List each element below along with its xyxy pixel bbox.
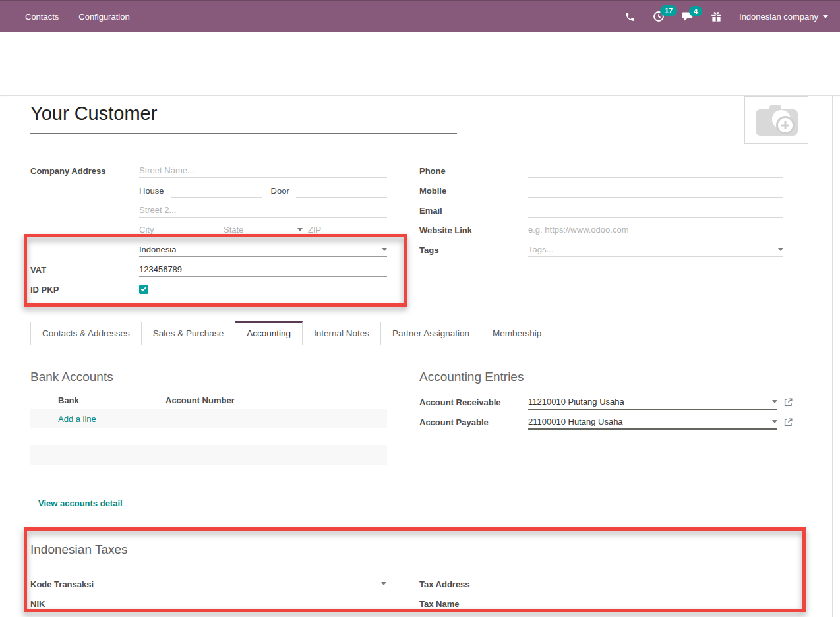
door-input[interactable] [296, 183, 387, 198]
house-input[interactable] [171, 183, 262, 198]
country-value: Indonesia [139, 245, 176, 254]
nik-input[interactable] [139, 597, 386, 611]
account-receivable-label: Account Receivable [419, 397, 528, 407]
chat-bubble-icon[interactable]: 4 [682, 11, 694, 22]
account-receivable-select[interactable]: 11210010 Piutang Usaha [528, 394, 777, 410]
accounting-entries-heading: Accounting Entries [419, 370, 815, 384]
check-icon [141, 286, 146, 291]
id-pkp-label: ID PKP [30, 285, 139, 295]
payable-caret-icon [772, 420, 777, 426]
title-underline [30, 133, 457, 134]
bank-accounts-section: Bank Accounts Bank Account Number Add a … [30, 370, 387, 465]
add-image-button[interactable] [744, 96, 808, 144]
tax-address-label: Tax Address [419, 579, 528, 589]
phone-label: Phone [419, 166, 528, 176]
tax-name-label: Tax Name [419, 599, 528, 609]
website-input[interactable]: e.g. https://www.odoo.com [528, 223, 783, 237]
phone-input[interactable] [528, 163, 783, 178]
view-accounts-detail-link[interactable]: View accounts detail [38, 498, 123, 508]
vat-value: 123456789 [139, 264, 182, 274]
city-placeholder: City [139, 225, 154, 235]
door-label: Door [271, 186, 289, 196]
state-placeholder: State [224, 225, 243, 235]
kode-transaksi-label: Kode Transaksi [30, 579, 139, 589]
form-sheet: Your Customer Company Address Street Nam… [7, 96, 833, 617]
mobile-label: Mobile [419, 186, 528, 196]
receivable-external-link-icon[interactable] [783, 397, 793, 407]
vat-input[interactable]: 123456789 [139, 262, 387, 277]
id-pkp-checkbox[interactable] [139, 285, 148, 294]
kode-transaksi-caret-icon [381, 582, 386, 588]
tab-partner-assignation[interactable]: Partner Assignation [380, 322, 481, 345]
table-row: Add a line [30, 409, 387, 428]
account-payable-value: 21100010 Hutang Usaha [528, 417, 623, 426]
zip-placeholder: ZIP [308, 225, 321, 235]
tab-accounting[interactable]: Accounting [235, 321, 303, 345]
tax-address-input[interactable] [528, 577, 775, 591]
activity-count-badge: 17 [660, 5, 677, 16]
vat-label: VAT [30, 265, 139, 275]
email-input[interactable] [528, 203, 783, 218]
address-column: Company Address Street Name... House Doo… [30, 161, 387, 299]
email-label: Email [419, 206, 528, 216]
street2-placeholder: Street 2... [139, 205, 176, 215]
mobile-input[interactable] [528, 183, 783, 198]
street-input[interactable]: Street Name... [139, 163, 387, 178]
navbar-systray: 17 4 Indonesian company [624, 11, 840, 22]
company-switcher[interactable]: Indonesian company [739, 12, 828, 22]
add-a-line-link[interactable]: Add a line [58, 414, 96, 424]
camera-plus-icon [755, 103, 798, 137]
column-account-number: Account Number [165, 396, 387, 405]
website-placeholder: e.g. https://www.odoo.com [528, 225, 628, 235]
tax-name-input[interactable] [528, 597, 775, 611]
gift-icon[interactable] [711, 11, 722, 22]
activity-clock-icon[interactable]: 17 [653, 11, 665, 22]
tags-label: Tags [419, 245, 528, 255]
receivable-caret-icon [772, 400, 777, 406]
account-receivable-value: 11210010 Piutang Usaha [528, 397, 624, 407]
tags-placeholder: Tags... [528, 245, 553, 254]
menu-configuration[interactable]: Configuration [78, 12, 129, 22]
indonesian-taxes-section: Indonesian Taxes Kode Transaksi NIK Tax [30, 543, 815, 614]
tab-contacts-addresses[interactable]: Contacts & Addresses [30, 322, 142, 345]
tab-membership[interactable]: Membership [481, 322, 553, 345]
page-title[interactable]: Your Customer [30, 103, 157, 125]
table-row [30, 428, 387, 445]
state-caret-icon [297, 228, 303, 234]
tab-sales-purchase[interactable]: Sales & Purchase [141, 322, 235, 345]
contact-column: Phone Mobile Email Website Link e.g. htt… [419, 161, 783, 260]
menu-contacts[interactable]: Contacts [25, 12, 59, 22]
account-payable-select[interactable]: 21100010 Hutang Usaha [528, 414, 777, 430]
website-label: Website Link [419, 225, 528, 235]
notebook-tabs: Contacts & Addresses Sales & Purchase Ac… [7, 321, 832, 345]
column-bank: Bank [30, 396, 165, 405]
tags-input[interactable]: Tags... [528, 243, 783, 257]
country-caret-icon [382, 248, 387, 254]
zip-input[interactable]: ZIP [308, 223, 387, 237]
city-input[interactable]: City [139, 223, 218, 237]
bank-accounts-heading: Bank Accounts [30, 370, 387, 384]
app-menus: Contacts Configuration [0, 12, 130, 22]
indonesian-taxes-heading: Indonesian Taxes [30, 543, 815, 557]
accounting-entries-section: Accounting Entries Account Receivable 11… [419, 370, 815, 432]
house-label: House [139, 186, 164, 196]
company-name: Indonesian company [739, 12, 818, 22]
table-header-row: Bank Account Number [30, 392, 387, 409]
top-navbar: Contacts Configuration 17 4 Indonesian c… [0, 0, 840, 32]
message-count-badge: 4 [689, 6, 702, 16]
company-address-label: Company Address [30, 166, 139, 176]
dropdown-caret-icon [823, 15, 828, 21]
phone-icon[interactable] [624, 11, 636, 22]
payable-external-link-icon[interactable] [783, 417, 793, 427]
street2-input[interactable]: Street 2... [139, 203, 387, 218]
street-placeholder: Street Name... [139, 165, 195, 175]
tab-internal-notes[interactable]: Internal Notes [302, 322, 381, 345]
country-select[interactable]: Indonesia [139, 243, 387, 257]
account-payable-label: Account Payable [419, 417, 528, 427]
kode-transaksi-select[interactable] [139, 577, 386, 591]
tags-caret-icon [778, 248, 783, 254]
nik-label: NIK [30, 599, 139, 609]
state-select[interactable]: State [224, 223, 303, 237]
bank-accounts-table: Bank Account Number Add a line [30, 392, 387, 465]
table-row [30, 445, 387, 465]
